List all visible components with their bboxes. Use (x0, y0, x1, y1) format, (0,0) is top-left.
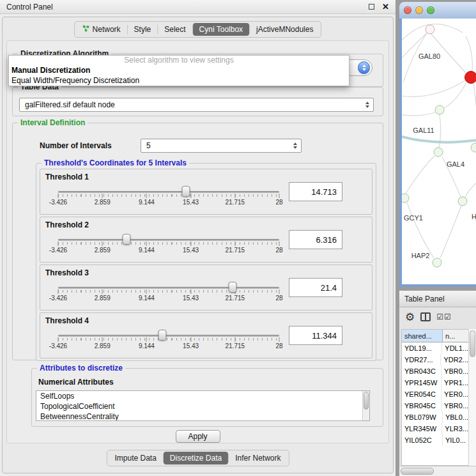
tab-network[interactable]: Network (76, 23, 127, 36)
algorithm-dropdown-popup: Select algorithm to view settings Manual… (8, 55, 349, 86)
tab-jactivemnodules[interactable]: jActiveMNodules (250, 23, 319, 36)
slider-track[interactable] (58, 287, 279, 289)
tab-infer-network[interactable]: Infer Network (229, 452, 287, 464)
table-cell[interactable]: YDR2... (441, 354, 468, 365)
list-item[interactable]: BetweennessCentrality (36, 411, 369, 421)
table-row[interactable]: YPR145W YPR1... (402, 377, 468, 388)
network-node[interactable] (458, 197, 468, 206)
threshold-panel-1: Threshold 1 (40, 169, 372, 215)
slider-major-tick (190, 194, 191, 198)
algorithm-option-equal-width[interactable]: Equal Width/Frequency Discretization (9, 75, 349, 86)
threshold-slider[interactable]: -3.426 2.859 9.144 15.43 21.715 28 (58, 328, 279, 354)
tab-label: Cyni Toolbox (199, 25, 243, 34)
list-item[interactable]: TopologicalCoefficient (36, 401, 369, 411)
table-row[interactable]: YER054C YER0... (402, 388, 468, 400)
table-cell[interactable]: YDL19... (402, 342, 442, 354)
table-cell[interactable]: YBR0... (441, 365, 468, 377)
slider-knob[interactable] (123, 234, 131, 245)
threshold-value-field[interactable] (289, 278, 342, 297)
network-node[interactable] (435, 105, 445, 115)
node-label: GAL80 (418, 52, 440, 60)
table-row[interactable]: YDR27... YDR2... (402, 354, 468, 365)
table-cell[interactable]: YPR145W (402, 377, 441, 388)
table-cell[interactable]: YPR1... (441, 377, 468, 388)
tab-style[interactable]: Style (128, 23, 158, 36)
slider-scale-label: 21.715 (226, 342, 245, 349)
table-cell[interactable]: YBR043C (402, 365, 441, 377)
combo-dropdown-button[interactable] (358, 61, 370, 74)
table-row[interactable]: YIL052C YIL0... (402, 434, 468, 446)
table-toolbar: ⚙ ☑☑ (399, 307, 476, 326)
threshold-slider[interactable]: -3.426 2.859 9.144 15.43 21.715 28 (58, 233, 279, 258)
slider-scale-label: 2.859 (95, 295, 111, 302)
number-of-intervals-combo[interactable]: 5 (141, 139, 302, 153)
table-cell[interactable]: YER054C (402, 388, 441, 400)
table-row[interactable]: YBR043C YBR0... (402, 365, 468, 377)
slider-major-tick (102, 289, 103, 294)
tab-impute-data[interactable]: Impute Data (108, 452, 162, 464)
network-canvas[interactable]: GAL80 GAL11 GAL4 GCY1 HAP2 H (402, 19, 476, 284)
close-window-icon[interactable]: ✕ (382, 3, 389, 11)
scrollbar-thumb[interactable] (401, 468, 434, 475)
slider-scale-label: 15.43 (183, 247, 199, 254)
threshold-panel-4: Threshold 4 (40, 312, 372, 358)
slider-track[interactable] (58, 239, 279, 241)
table-vertical-scrollbar[interactable] (468, 329, 476, 466)
table-cell[interactable]: YBL079W (402, 411, 443, 423)
table-cell[interactable]: YBR0... (441, 400, 468, 411)
close-traffic-light[interactable] (404, 6, 411, 14)
column-header-name[interactable]: n... (443, 330, 468, 342)
column-header-shared-name[interactable]: shared... (402, 330, 443, 342)
table-cell[interactable]: YIL0... (443, 434, 468, 446)
threshold-value-field[interactable] (289, 326, 342, 345)
table-row[interactable]: YBL079W YBL0... (402, 411, 468, 423)
minimize-traffic-light[interactable] (415, 6, 423, 14)
table-row[interactable]: YBR045C YBR0... (402, 400, 468, 411)
table-row[interactable]: YDL19... YDL1... (402, 342, 468, 354)
algorithm-option-manual[interactable]: Manual Discretization (9, 65, 349, 75)
slider-knob[interactable] (181, 186, 190, 197)
table-cell[interactable]: YBL0... (443, 411, 468, 423)
slider-knob[interactable] (229, 282, 237, 293)
list-item[interactable]: SelfLoops (36, 391, 369, 401)
list-vertical-scrollbar[interactable] (362, 391, 369, 420)
table-cell[interactable]: YDL1... (442, 342, 468, 354)
table-row[interactable]: YLR345W YLR3... (402, 423, 468, 434)
select-columns-icons[interactable]: ☑☑ (436, 312, 452, 321)
columns-icon[interactable] (420, 312, 431, 321)
threshold-slider[interactable]: -3.426 2.859 9.144 15.43 21.715 28 (58, 185, 279, 210)
threshold-value-field[interactable] (289, 230, 342, 249)
network-node-red[interactable] (464, 71, 476, 84)
slider-major-tick (146, 194, 147, 198)
table-horizontal-scrollbar[interactable] (399, 466, 476, 476)
slider-track[interactable] (58, 335, 279, 337)
slider-knob[interactable] (158, 330, 166, 341)
tab-cyni-toolbox[interactable]: Cyni Toolbox (193, 23, 249, 36)
slider-scale-label: 9.144 (139, 342, 155, 349)
table-cell[interactable]: YER0... (441, 388, 468, 400)
tab-select[interactable]: Select (158, 23, 192, 36)
table-cell[interactable]: YLR345W (402, 423, 442, 434)
scrollbar-thumb[interactable] (470, 330, 475, 357)
table-cell[interactable]: YDR27... (402, 354, 441, 365)
network-node[interactable] (434, 148, 443, 157)
table-cell[interactable]: YLR3... (442, 423, 468, 434)
float-window-icon[interactable] (369, 4, 374, 10)
slider-major-tick (146, 242, 147, 246)
apply-button[interactable]: Apply (176, 430, 220, 443)
threshold-slider[interactable]: -3.426 2.859 9.144 15.43 21.715 28 (58, 280, 279, 306)
slider-scale-label: 28 (275, 199, 282, 206)
table-cell[interactable]: YBR045C (402, 400, 441, 411)
network-node[interactable] (471, 143, 476, 153)
slider-track[interactable] (58, 191, 279, 193)
scrollbar-thumb[interactable] (364, 392, 369, 410)
tab-discretize-data[interactable]: Discretize Data (164, 452, 228, 464)
gear-icon[interactable]: ⚙ (405, 312, 415, 323)
numerical-attributes-list[interactable]: SelfLoops TopologicalCoefficient Between… (36, 390, 370, 421)
network-node[interactable] (426, 25, 435, 35)
table-cell[interactable]: YIL052C (402, 434, 443, 446)
zoom-traffic-light[interactable] (427, 6, 434, 14)
table-data-combo[interactable]: galFiltered.sif default node (19, 98, 374, 112)
network-node[interactable] (433, 258, 442, 268)
threshold-value-field[interactable] (289, 182, 342, 201)
